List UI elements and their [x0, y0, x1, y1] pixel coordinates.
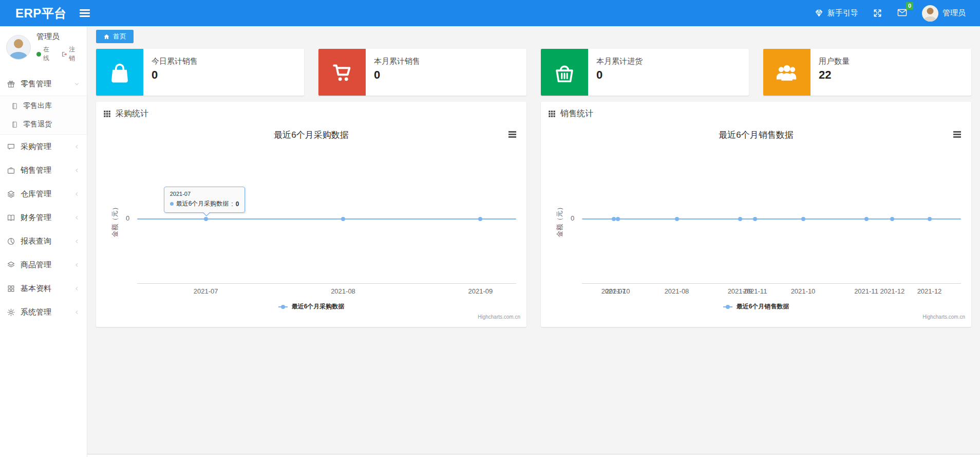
tab-home[interactable]: 首页: [96, 30, 134, 43]
sidebar-item-label: 仓库管理: [21, 189, 51, 199]
messages-button[interactable]: 0: [897, 7, 908, 20]
sidebar-item-report[interactable]: 报表查询: [0, 229, 87, 253]
stat-card-month-purchase: 本月累计进货0: [541, 49, 749, 96]
th-grid-icon: [103, 110, 111, 118]
x-axis-label: 2021-11: [854, 287, 878, 295]
data-point-marker: [801, 217, 805, 221]
x-axis-label: 2021-09: [728, 287, 752, 295]
tooltip-date: 2021-07: [170, 191, 239, 197]
data-point-marker: [478, 217, 482, 221]
stat-card-value: 0: [596, 68, 643, 82]
data-point-marker: [928, 217, 932, 221]
logout-button[interactable]: 注销: [61, 45, 81, 63]
chevron-left-icon: [73, 167, 80, 174]
brand-logo[interactable]: ERP平台: [0, 5, 77, 22]
sidebar-item-label: 基本资料: [21, 284, 51, 294]
chart-panels-row: 采购统计最近6个月采购数据金额（元）0最近6个月采购数据Highcharts.c…: [87, 96, 980, 327]
cube-icon: [7, 261, 15, 269]
stat-card-today-sales: 今日累计销售0: [96, 49, 304, 96]
cart-icon: [330, 61, 354, 84]
avatar: [922, 5, 938, 22]
sidebar-item-retail-outbound[interactable]: 零售出库: [0, 97, 87, 115]
chart-context-menu-button[interactable]: [507, 130, 517, 140]
y-axis-title: 金额（元）: [110, 204, 119, 237]
data-point-marker: [204, 217, 208, 221]
chevron-left-icon: [73, 309, 80, 316]
legend-label: 最近6个月采购数据: [292, 302, 345, 311]
legend-item[interactable]: 最近6个月采购数据: [102, 302, 520, 311]
stat-card-value: 22: [819, 68, 850, 82]
stat-card-icon-box: [318, 49, 366, 96]
sidebar-item-retail[interactable]: 零售管理: [0, 72, 87, 96]
footer-divider: [87, 454, 980, 457]
main-content: 首页 今日累计销售0本月累计销售0本月累计进货0用户数量22 采购统计最近6个月…: [87, 26, 980, 457]
chevron-left-icon: [73, 143, 80, 150]
stat-card-icon-box: [763, 49, 811, 96]
chart-credit-link[interactable]: Highcharts.com.cn: [922, 314, 965, 320]
sidebar-item-sales[interactable]: 销售管理: [0, 158, 87, 182]
chart-context-menu-button[interactable]: [952, 130, 962, 140]
file-icon: [11, 121, 18, 129]
stat-card-icon-box: [541, 49, 588, 96]
x-axis-label: 2021-12: [917, 287, 942, 295]
x-axis-label: 2021-07: [601, 287, 626, 295]
panel-sales-stats: 销售统计最近6个月销售数据金额（元）0最近6个月销售数据Highcharts.c…: [541, 102, 971, 327]
legend-marker: [278, 306, 288, 307]
navbar-right: 新手引导 0 管理员: [814, 5, 980, 22]
grid-icon: [7, 284, 15, 293]
gem-icon: [814, 8, 824, 18]
data-point-marker: [738, 217, 742, 221]
sidebar-item-label: 财务管理: [21, 213, 51, 223]
y-axis-tick: 0: [571, 214, 574, 222]
guide-button[interactable]: 新手引导: [814, 8, 858, 18]
gear-icon: [7, 308, 15, 317]
online-status-dot: [36, 52, 41, 57]
sidebar-item-warehouse[interactable]: 仓库管理: [0, 182, 87, 206]
top-navbar: ERP平台 新手引导 0 管理员: [0, 0, 980, 26]
pie-chart-icon: [7, 237, 15, 246]
stat-card-title: 本月累计进货: [596, 57, 643, 66]
legend-item[interactable]: 最近6个月销售数据: [547, 302, 965, 311]
sidebar-item-label: 系统管理: [21, 307, 51, 317]
chart-credit-link[interactable]: Highcharts.com.cn: [478, 314, 520, 320]
tab-bar: 首页: [87, 26, 980, 43]
user-menu[interactable]: 管理员: [922, 5, 966, 22]
chevron-left-icon: [73, 214, 80, 221]
sidebar-item-finance[interactable]: 财务管理: [0, 206, 87, 229]
tooltip-series-name: 最近6个月采购数据: [176, 199, 229, 208]
sidebar-item-label: 零售退货: [23, 120, 52, 129]
sidebar-item-goods[interactable]: 商品管理: [0, 253, 87, 277]
series-line: [137, 218, 516, 220]
file-icon: [11, 102, 18, 110]
layers-icon: [7, 190, 15, 198]
sidebar-item-label: 商品管理: [21, 260, 51, 270]
username-label: 管理员: [943, 8, 966, 18]
chart-tooltip: 2021-07最近6个月采购数据: 0: [164, 187, 246, 213]
expand-icon: [873, 8, 882, 18]
guide-label: 新手引导: [827, 8, 858, 18]
chart-title: 最近6个月销售数据: [547, 129, 965, 141]
users-icon: [775, 61, 799, 84]
fullscreen-button[interactable]: [873, 8, 882, 18]
stat-card-user-count: 用户数量22: [763, 49, 971, 96]
stat-card-value: 0: [152, 68, 198, 82]
x-axis-label: 2021-07: [194, 287, 218, 295]
th-grid-icon: [548, 110, 556, 118]
y-axis-tick: 0: [126, 214, 129, 222]
gift-icon: [7, 80, 15, 88]
chevron-left-icon: [73, 238, 80, 245]
chevron-left-icon: [73, 262, 80, 268]
stat-card-icon-box: [96, 49, 143, 96]
legend-marker: [723, 306, 732, 307]
sidebar-item-purchase[interactable]: 采购管理: [0, 135, 87, 158]
sidebar-toggle-button[interactable]: [77, 7, 92, 20]
x-axis-label: 2021-08: [331, 287, 355, 295]
basket-icon: [553, 61, 576, 84]
chevron-left-icon: [73, 191, 80, 197]
sidebar-item-basic[interactable]: 基本资料: [0, 277, 87, 300]
sidebar-item-label: 采购管理: [21, 142, 51, 152]
x-axis-label: 2021-10: [791, 287, 816, 295]
sidebar-item-system[interactable]: 系统管理: [0, 300, 87, 324]
stat-card-title: 本月累计销售: [374, 57, 420, 66]
sidebar-item-retail-return[interactable]: 零售退货: [0, 115, 87, 134]
